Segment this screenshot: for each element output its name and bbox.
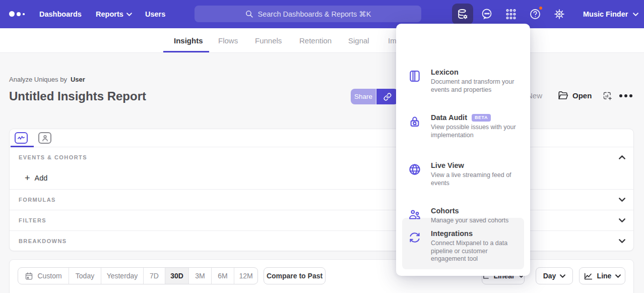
calendar-icon xyxy=(25,272,33,280)
pulse-chart-icon xyxy=(17,135,25,141)
range-custom[interactable]: Custom xyxy=(18,268,69,284)
data-tools-button[interactable] xyxy=(452,4,473,25)
more-menu-button[interactable] xyxy=(619,94,632,97)
range-6m[interactable]: 6M xyxy=(212,268,234,284)
builder-tabs xyxy=(10,129,633,147)
chevron-down-icon[interactable] xyxy=(619,198,625,202)
chevron-down-icon xyxy=(633,13,638,16)
audit-lock-icon xyxy=(408,115,421,128)
chevron-down-icon[interactable] xyxy=(619,239,625,243)
range-today[interactable]: Today xyxy=(69,268,101,284)
date-range-control: Custom Today Yesterday 7D 30D 3M 6M 12M xyxy=(18,267,258,284)
analyze-entity[interactable]: User xyxy=(71,76,85,83)
active-tab-underline xyxy=(163,51,209,52)
section-formulas[interactable]: FORMULAS xyxy=(10,189,633,209)
feedback-icon[interactable] xyxy=(481,8,493,20)
project-name: Music Finder xyxy=(583,10,628,18)
compare-to-past-button[interactable]: Compare to Past xyxy=(264,267,326,284)
tab-insights[interactable]: Insights xyxy=(174,28,203,53)
add-event-button[interactable]: + Add xyxy=(25,173,47,183)
tab-funnels[interactable]: Funnels xyxy=(255,28,282,53)
section-filters[interactable]: FILTERS xyxy=(10,210,633,230)
app-window: Dashboards Reports Users Search Dashboar… xyxy=(0,0,644,293)
chevron-up-icon[interactable] xyxy=(619,155,625,159)
tab-flows[interactable]: Flows xyxy=(218,28,238,53)
report-tabbar: Insights Flows Funnels Retention Signal … xyxy=(0,28,644,53)
search-input[interactable]: Search Dashboards & Reports ⌘K xyxy=(195,6,421,22)
beta-badge: BETA xyxy=(472,114,491,122)
search-placeholder: Search Dashboards & Reports ⌘K xyxy=(258,10,371,18)
copy-link-button[interactable] xyxy=(376,89,398,104)
section-breakdowns[interactable]: BREAKDOWNS xyxy=(10,230,633,251)
add-event-row: + Add xyxy=(10,167,633,189)
tab-signal[interactable]: Signal xyxy=(348,28,369,53)
chevron-down-icon xyxy=(615,274,621,278)
nav-users[interactable]: Users xyxy=(145,0,165,28)
integrations-sync-icon xyxy=(408,231,421,244)
nav-dashboards[interactable]: Dashboards xyxy=(39,0,82,28)
globe-icon xyxy=(408,163,421,176)
nav-reports[interactable]: Reports xyxy=(96,0,132,28)
database-gear-icon xyxy=(457,8,469,20)
menu-item-data-audit[interactable]: Data Audit BETA View possible issues wit… xyxy=(408,113,518,139)
interval-dropdown[interactable]: Day xyxy=(536,267,573,284)
metrics-tab[interactable] xyxy=(15,132,28,144)
person-icon xyxy=(42,135,48,142)
plus-icon: + xyxy=(25,173,30,183)
project-switcher[interactable]: Music Finder xyxy=(583,0,638,28)
apps-grid-icon[interactable] xyxy=(505,8,517,20)
mixpanel-logo-icon[interactable] xyxy=(9,11,27,17)
range-3m[interactable]: 3M xyxy=(189,268,212,284)
notification-dot xyxy=(538,6,543,11)
tab-retention[interactable]: Retention xyxy=(299,28,332,53)
menu-item-lexicon[interactable]: Lexicon Document and transform your even… xyxy=(408,68,518,94)
section-events-cohorts[interactable]: EVENTS & COHORTS xyxy=(10,147,633,167)
add-to-board-icon[interactable] xyxy=(603,91,613,101)
chevron-down-icon[interactable] xyxy=(619,218,625,222)
top-navbar: Dashboards Reports Users Search Dashboar… xyxy=(0,0,644,28)
search-icon xyxy=(245,10,253,18)
book-icon xyxy=(408,70,421,83)
range-30d[interactable]: 30D xyxy=(165,268,189,284)
chart-type-dropdown[interactable]: Line xyxy=(579,267,625,284)
folder-icon xyxy=(558,91,568,100)
cohorts-users-icon xyxy=(408,208,421,221)
link-icon xyxy=(383,93,392,101)
range-yesterday[interactable]: Yesterday xyxy=(101,268,144,284)
query-builder-card: EVENTS & COHORTS + Add FORMULAS FILTERS … xyxy=(9,129,634,251)
menu-item-cohorts[interactable]: Cohorts Manage your saved cohorts xyxy=(408,207,518,225)
chevron-down-icon xyxy=(560,274,565,278)
range-12m[interactable]: 12M xyxy=(234,268,257,284)
profiles-tab[interactable] xyxy=(38,132,51,144)
share-button[interactable]: Share xyxy=(351,89,376,104)
open-button[interactable]: Open xyxy=(558,91,592,100)
line-chart-icon xyxy=(584,272,593,280)
settings-gear-icon[interactable] xyxy=(553,8,565,20)
chevron-down-icon xyxy=(126,13,132,16)
data-tools-menu: Lexicon Document and transform your even… xyxy=(396,24,530,276)
menu-item-live-view[interactable]: Live View View a live streaming feed of … xyxy=(408,161,518,187)
chart-toolbar-card: Custom Today Yesterday 7D 30D 3M 6M 12M … xyxy=(9,259,634,293)
range-7d[interactable]: 7D xyxy=(144,268,165,284)
analyze-subtitle: Analyze Uniques byUser xyxy=(9,76,85,83)
report-title[interactable]: Untitled Insights Report xyxy=(9,89,146,103)
menu-item-integrations[interactable]: Integrations Connect Mixpanel to a data … xyxy=(408,229,518,263)
